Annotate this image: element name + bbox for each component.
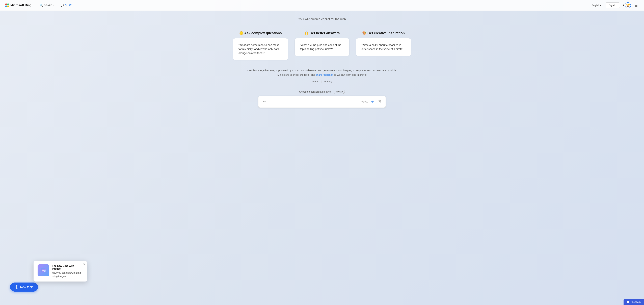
disclaimer-suffix: so we can learn and improve! — [333, 73, 366, 76]
mic-icon — [371, 100, 374, 103]
main-nav: 🔍 SEARCH 💬 CHAT — [37, 2, 74, 8]
tooltip-image — [38, 264, 49, 276]
tooltip-close-button[interactable]: ✕ — [83, 263, 85, 266]
language-selector[interactable]: English ▾ — [590, 3, 603, 8]
terms-row: Terms | Privacy — [312, 80, 332, 83]
disclaimer-link[interactable]: share feedback — [316, 73, 333, 76]
new-topic-label: New topic — [20, 285, 33, 289]
feature-section-2: 🎨 Get creative inspiration "Write a haik… — [353, 31, 414, 60]
feature-title-1: 🙌 Get better answers — [304, 31, 340, 35]
chat-nav-icon: 💬 — [60, 4, 64, 7]
tooltip-popup: ✕ The new Bing with images Now you can c… — [34, 261, 87, 282]
feature-card-1[interactable]: "What are the pros and cons of the top 3… — [295, 38, 350, 56]
feedback-button[interactable]: 💬 Feedback — [624, 299, 644, 305]
main-content: Your AI-powered copilot for the web 🤔 As… — [0, 11, 644, 141]
new-topic-button[interactable]: New topic — [10, 282, 38, 292]
send-button[interactable] — [377, 99, 382, 105]
page-subtitle: Your AI-powered copilot for the web — [298, 18, 346, 21]
nav-item-search[interactable]: 🔍 SEARCH — [37, 2, 57, 8]
nav-item-chat[interactable]: 💬 CHAT — [58, 2, 74, 8]
new-topic-icon — [15, 285, 18, 289]
mic-button[interactable] — [370, 99, 375, 105]
sign-in-button[interactable]: Sign in — [606, 2, 620, 8]
header: Microsoft Bing 🔍 SEARCH 💬 CHAT English ▾… — [0, 0, 644, 11]
send-icon — [378, 100, 382, 103]
svg-point-7 — [42, 270, 42, 270]
terms-link[interactable]: Terms — [312, 80, 318, 83]
features-row: 🤔 Ask complex questions "What are some m… — [230, 31, 414, 60]
feature-section-0: 🤔 Ask complex questions "What are some m… — [230, 31, 291, 60]
svg-point-9 — [44, 270, 45, 271]
chat-input-box: 0/2000 — [258, 96, 386, 108]
char-count: 0/2000 — [362, 100, 368, 103]
preview-badge: Preview — [333, 90, 345, 94]
chat-area: Choose a conversation style Preview 0/20… — [258, 90, 386, 108]
disclaimer: Let's learn together. Bing is powered by… — [246, 68, 398, 77]
bing-logo-icon — [5, 4, 9, 7]
image-icon — [262, 99, 266, 103]
tooltip-title: The new Bing with images — [52, 264, 83, 270]
feature-title-2: 🎨 Get creative inspiration — [362, 31, 405, 35]
logo-text: Microsoft Bing — [10, 4, 32, 7]
header-right: English ▾ Sign in 3 🏆 ☰ — [590, 2, 639, 8]
svg-point-1 — [264, 100, 264, 101]
nav-chat-label: CHAT — [65, 4, 72, 6]
logo[interactable]: Microsoft Bing — [5, 4, 32, 7]
tooltip-body: Now you can chat with Bing using images! — [52, 271, 83, 278]
badge-count: 3 — [622, 4, 624, 7]
convo-style-row: Choose a conversation style Preview — [258, 90, 386, 94]
trophy-icon: 🏆 — [625, 2, 631, 8]
chat-input-field[interactable] — [269, 100, 360, 103]
terms-separator: | — [321, 80, 322, 83]
feature-card-2[interactable]: "Write a haiku about crocodiles in outer… — [356, 38, 411, 56]
tooltip-content: The new Bing with images Now you can cha… — [52, 264, 83, 278]
tooltip-image-icon — [40, 267, 47, 274]
feature-card-0[interactable]: "What are some meals I can make for my p… — [233, 38, 288, 60]
language-label: English — [592, 4, 600, 7]
feature-section-1: 🙌 Get better answers "What are the pros … — [291, 31, 353, 60]
nav-search-label: SEARCH — [44, 4, 54, 7]
dropdown-icon: ▾ — [600, 4, 601, 7]
svg-rect-0 — [263, 100, 266, 103]
badge-button[interactable]: 3 🏆 — [622, 2, 631, 8]
image-upload-button[interactable] — [262, 99, 267, 105]
svg-rect-2 — [372, 100, 373, 102]
convo-style-label: Choose a conversation style — [299, 90, 331, 93]
feedback-label: Feedback — [631, 301, 641, 303]
privacy-link[interactable]: Privacy — [324, 80, 332, 83]
feature-title-0: 🤔 Ask complex questions — [239, 31, 282, 35]
menu-button[interactable]: ☰ — [634, 2, 639, 8]
search-nav-icon: 🔍 — [40, 4, 43, 7]
feedback-icon: 💬 — [626, 301, 630, 303]
